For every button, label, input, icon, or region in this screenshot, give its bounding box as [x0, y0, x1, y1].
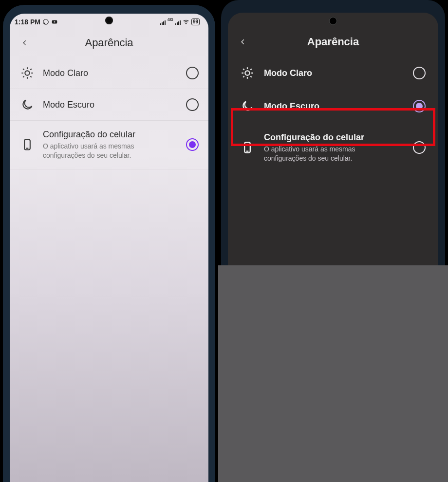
whatsapp-icon — [42, 19, 49, 25]
option-label: Modo Claro — [264, 68, 403, 78]
page-title: Aparência — [85, 37, 133, 49]
option-subtitle: O aplicativo usará as mesmas configuraçõ… — [43, 142, 169, 160]
phone-icon — [20, 138, 34, 151]
option-light-mode[interactable]: Modo Claro — [228, 56, 438, 90]
page-title: Aparência — [307, 36, 359, 48]
signal-icon — [160, 19, 166, 25]
youtube-icon — [51, 19, 58, 25]
camera-cutout — [105, 17, 113, 24]
phone-icon — [241, 141, 254, 154]
option-label: Modo Claro — [43, 68, 177, 78]
option-subtitle: O aplicativo usará as mesmas configuraçõ… — [264, 145, 391, 163]
option-label: Configuração do celular — [264, 132, 403, 143]
moon-icon — [20, 98, 34, 111]
svg-point-3 — [25, 71, 29, 75]
moon-icon — [241, 99, 254, 113]
status-time: 1:18 PM — [15, 18, 40, 26]
wifi-icon — [183, 19, 189, 25]
signal-icon-2 — [175, 19, 181, 25]
option-light-mode[interactable]: Modo Claro — [10, 57, 208, 89]
battery-icon: 99 — [191, 19, 200, 25]
dark-phone-panel: Aparência Modo Claro Modo Escuro — [218, 0, 448, 482]
option-dark-mode[interactable]: Modo Escuro — [10, 89, 208, 121]
option-label: Modo Escuro — [43, 100, 177, 110]
svg-point-2 — [186, 23, 187, 24]
back-button[interactable] — [17, 35, 33, 51]
network-label: 4G — [168, 17, 173, 22]
svg-point-0 — [43, 19, 49, 25]
page-header: Aparência — [228, 27, 438, 56]
option-dark-mode[interactable]: Modo Escuro — [228, 90, 438, 123]
svg-point-6 — [245, 71, 249, 75]
option-system-default[interactable]: Configuração do celular O aplicativo usa… — [228, 123, 438, 173]
radio-system[interactable] — [413, 141, 426, 154]
phone-frame: 1:18 PM 4G 99 — [3, 5, 215, 482]
radio-system[interactable] — [186, 138, 199, 151]
back-button[interactable] — [235, 34, 251, 50]
desk-surface — [218, 265, 448, 482]
radio-dark[interactable] — [413, 100, 426, 112]
chevron-left-icon — [240, 37, 246, 47]
camera-cutout — [329, 17, 337, 25]
phone-screen-light: 1:18 PM 4G 99 — [10, 14, 208, 482]
option-system-default[interactable]: Configuração do celular O aplicativo usa… — [10, 121, 208, 169]
option-label: Modo Escuro — [264, 101, 403, 111]
option-label: Configuração do celular — [43, 130, 177, 140]
radio-dark[interactable] — [186, 98, 199, 111]
radio-light[interactable] — [186, 67, 199, 79]
chevron-left-icon — [21, 37, 28, 48]
light-phone-panel: 1:18 PM 4G 99 — [0, 0, 218, 482]
radio-light[interactable] — [413, 67, 426, 79]
sun-icon — [20, 66, 34, 80]
page-header: Aparência — [10, 28, 208, 57]
sun-icon — [241, 66, 254, 80]
